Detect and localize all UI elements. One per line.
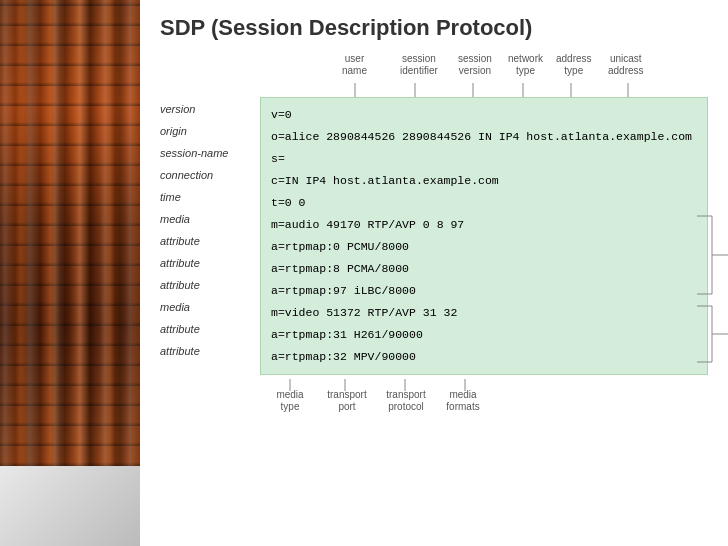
label-media-2: media [160,297,260,319]
label-attribute-1: attribute [160,231,260,253]
bottom-col-header-media-formats: mediaformats [438,389,488,413]
label-attribute-2: attribute [160,253,260,275]
header-lines [260,53,728,97]
sdp-line-attr-1: a=rtpmap:0 PCMU/8000 [271,236,697,258]
sdp-line-attr-5: a=rtpmap:32 MPV/90000 [271,346,697,368]
sdp-line-attr-4: a=rtpmap:31 H261/90000 [271,324,697,346]
callout-lines [697,98,728,368]
label-connection: connection [160,165,260,187]
label-attribute-5: attribute [160,341,260,363]
left-decorative-image [0,0,140,546]
label-time: time [160,187,260,209]
main-content: SDP (Session Description Protocol) usern… [140,0,728,546]
bottom-col-header-transport-protocol: transportprotocol [378,389,434,413]
bottom-left-image [0,466,140,546]
sdp-line-origin: o=alice 2890844526 2890844526 IN IP4 hos… [271,126,697,148]
sdp-line-attr-2: a=rtpmap:8 PCMA/8000 [271,258,697,280]
bottom-col-header-transport-port: transportport [322,389,372,413]
sdp-line-media-1: m=audio 49170 RTP/AVP 0 8 97 [271,214,697,236]
label-version: version [160,99,260,121]
bottom-col-header-media-type: mediatype [268,389,312,413]
sdp-line-time: t=0 0 [271,192,697,214]
bottom-headers-area: mediatype transportport transportprotoco… [260,379,708,421]
label-origin: origin [160,121,260,143]
column-headers-area: username sessionidentifier sessionversio… [260,53,708,97]
sdp-content-box: v=0 o=alice 2890844526 2890844526 IN IP4… [260,97,708,375]
label-attribute-4: attribute [160,319,260,341]
sdp-labels-column: version origin session-name connection t… [160,97,260,375]
sdp-line-attr-3: a=rtpmap:97 iLBC/8000 [271,280,697,302]
label-session-name: session-name [160,143,260,165]
sdp-line-media-2: m=video 51372 RTP/AVP 31 32 [271,302,697,324]
sdp-line-session-name: s= [271,148,697,170]
sdp-area: version origin session-name connection t… [160,97,708,375]
label-media-1: media [160,209,260,231]
page-title: SDP (Session Description Protocol) [160,15,708,41]
label-attribute-3: attribute [160,275,260,297]
sdp-line-version: v=0 [271,104,697,126]
sdp-line-connection: c=IN IP4 host.atlanta.example.com [271,170,697,192]
